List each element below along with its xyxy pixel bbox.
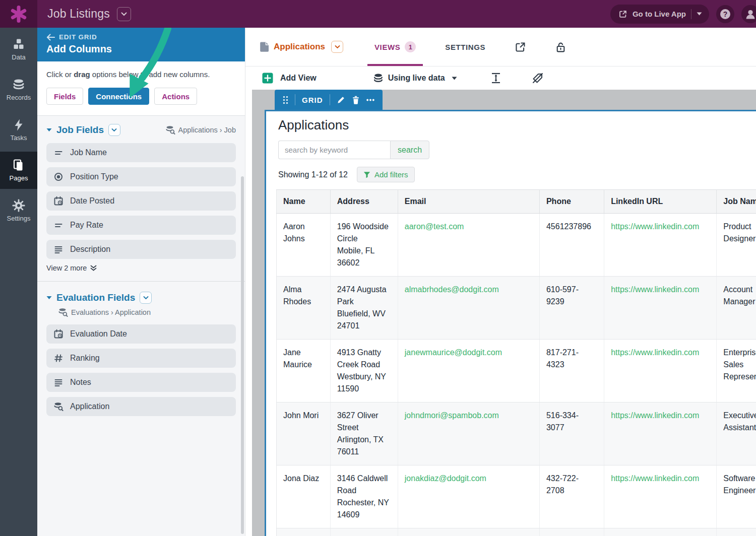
- group-options-button[interactable]: [140, 292, 152, 304]
- column-header[interactable]: Job Name: [717, 190, 756, 214]
- field-pill[interactable]: Evaluation Date: [46, 324, 236, 344]
- row-height-icon: [490, 72, 501, 84]
- hide-labels-button[interactable]: [532, 72, 544, 84]
- cell-email[interactable]: jonakdiaz@dodgit.com: [398, 465, 539, 528]
- gear-icon: [12, 199, 25, 212]
- cell-linkedin[interactable]: https://www.linkedin.com: [604, 403, 717, 465]
- views-toolbar: Add View Using live data: [245, 66, 756, 90]
- cell-email[interactable]: aaron@test.com: [398, 214, 539, 277]
- cell-linkedin[interactable]: https://www.linkedin.com: [604, 214, 717, 277]
- column-header[interactable]: Email: [398, 190, 539, 214]
- caret-down-icon[interactable]: [697, 12, 702, 16]
- arrow-left-icon: [46, 34, 55, 41]
- field-pill[interactable]: Description: [46, 240, 236, 259]
- column-header[interactable]: Name: [277, 190, 331, 214]
- page-security-button[interactable]: [555, 41, 566, 53]
- field-pill[interactable]: Position Type: [46, 167, 236, 186]
- cell-address: 3627 Oliver Street Arlington, TX 76011: [330, 403, 398, 465]
- panel-scrollbar[interactable]: [241, 176, 244, 534]
- file-icon: [260, 41, 269, 52]
- row-height-button[interactable]: [490, 72, 501, 84]
- sidebar-item-data[interactable]: Data: [0, 31, 37, 68]
- panel-tab-connections[interactable]: Connections: [88, 88, 149, 105]
- panel-instructions: Click or drag options below to add new c…: [37, 61, 245, 116]
- cell-job-name: Account Manager: [717, 277, 756, 340]
- caret-down-icon: [46, 128, 52, 132]
- cell-linkedin[interactable]: https://www.linkedin.com: [604, 340, 717, 403]
- field-pill-label: Notes: [70, 378, 91, 387]
- sidebar-item-pages[interactable]: Pages: [0, 152, 37, 189]
- group-collapse-toggle[interactable]: Evaluation Fields: [46, 292, 152, 304]
- sidebar-item-settings[interactable]: Settings: [0, 192, 37, 229]
- drag-handle[interactable]: [283, 96, 288, 104]
- tab-views[interactable]: VIEWS 1: [374, 28, 416, 66]
- account-avatar-button[interactable]: [741, 5, 756, 23]
- sidebar-item-records[interactable]: Records: [0, 71, 37, 108]
- add-filters-button[interactable]: Add filters: [357, 167, 415, 182]
- column-header[interactable]: Phone: [539, 190, 604, 214]
- calendar-icon: [53, 196, 64, 206]
- question-icon: ?: [719, 8, 731, 20]
- add-view-button[interactable]: Add View: [262, 73, 317, 84]
- go-to-live-app-label: Go to Live App: [633, 10, 686, 18]
- cell-email[interactable]: almabrhodes@dodgit.com: [398, 277, 539, 340]
- cell-linkedin[interactable]: https://www.linkedin.com: [604, 528, 717, 536]
- more-options-button[interactable]: [366, 99, 374, 101]
- group-options-button[interactable]: [108, 124, 120, 136]
- group-collapse-toggle[interactable]: Job Fields: [46, 124, 120, 136]
- page-options-button[interactable]: [331, 41, 343, 53]
- app-logo[interactable]: [0, 0, 37, 28]
- cell-email[interactable]: janewmaurice@dodgit.com: [398, 340, 539, 403]
- button-divider: [691, 9, 691, 19]
- tab-applications-page[interactable]: Applications: [260, 41, 343, 53]
- field-pill[interactable]: Job Name: [46, 143, 236, 162]
- cubes-icon: [12, 38, 25, 51]
- search-input[interactable]: [278, 141, 390, 159]
- tab-settings[interactable]: SETTINGS: [445, 43, 485, 51]
- cell-address: 196 Woodside Circle Mobile, FL 36602: [330, 214, 398, 277]
- field-pill[interactable]: Date Posted: [46, 191, 236, 211]
- help-button[interactable]: ?: [716, 5, 734, 23]
- grid-view-toolbar: GRID: [275, 90, 383, 110]
- caret-down-icon: [46, 296, 52, 300]
- cell-email[interactable]: johndmori@spambob.com: [398, 403, 539, 465]
- person-icon: [744, 8, 756, 21]
- data-source-dropdown[interactable]: Using live data: [373, 73, 457, 84]
- field-pill[interactable]: Application: [46, 397, 236, 416]
- cell-linkedin[interactable]: https://www.linkedin.com: [604, 465, 717, 528]
- panel-tab-actions[interactable]: Actions: [154, 88, 197, 105]
- cell-job-name: Executive Assistant: [717, 403, 756, 465]
- page-menu-button[interactable]: [117, 7, 131, 21]
- edit-view-button[interactable]: [337, 96, 345, 104]
- top-bar: Job Listings Go to Live App ?: [0, 0, 756, 28]
- field-pill-label: Date Posted: [70, 196, 114, 206]
- cell-phone: 817-271- 4323: [539, 340, 604, 403]
- search-button[interactable]: search: [390, 141, 429, 159]
- cell-name: Jona Diaz: [277, 465, 331, 528]
- panel-tab-fields[interactable]: Fields: [46, 88, 83, 105]
- page-canvas: GRID Applications: [252, 90, 756, 536]
- cell-address: 3146 Caldwell Road Rochester, NY 14609: [330, 465, 398, 528]
- cell-linkedin[interactable]: https://www.linkedin.com: [604, 277, 717, 340]
- field-pill[interactable]: Pay Rate: [46, 216, 236, 235]
- open-live-page-button[interactable]: [515, 41, 526, 53]
- sidebar-item-tasks[interactable]: Tasks: [0, 111, 37, 149]
- field-pill[interactable]: Notes: [46, 373, 236, 392]
- column-header[interactable]: LinkedIn URL: [604, 190, 717, 214]
- go-to-live-app-button[interactable]: Go to Live App: [610, 5, 709, 24]
- field-pill-label: Application: [70, 402, 109, 411]
- panel-title: Add Columns: [46, 43, 236, 55]
- view-more-link[interactable]: View 2 more: [46, 264, 236, 272]
- column-header[interactable]: Address: [330, 190, 398, 214]
- delete-view-button[interactable]: [352, 96, 360, 104]
- field-pill[interactable]: Ranking: [46, 349, 236, 368]
- add-columns-panel: EDIT GRID Add Columns Click or drag opti…: [37, 28, 245, 536]
- add-filters-label: Add filters: [374, 170, 408, 179]
- pages-icon: [12, 159, 25, 172]
- tag-slash-icon: [532, 72, 544, 84]
- cell-email[interactable]: juanslaw@dodgit.com: [398, 528, 539, 536]
- back-to-edit-grid[interactable]: EDIT GRID: [46, 33, 236, 41]
- field-pill-label: Ranking: [70, 354, 100, 363]
- active-tab-underline: [367, 64, 423, 66]
- chevron-down-icon: [335, 45, 340, 49]
